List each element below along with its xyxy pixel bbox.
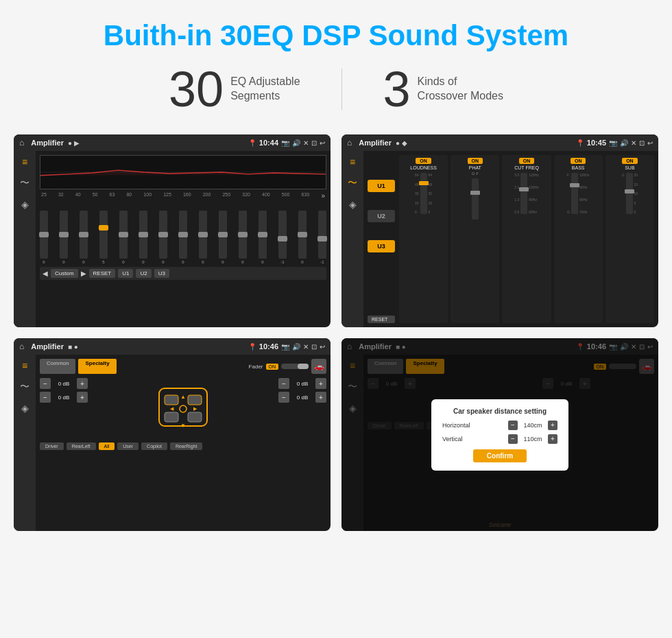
bass-on-btn[interactable]: ON — [571, 158, 586, 164]
vol1-plus[interactable]: + — [77, 378, 88, 389]
screen2-sideicons: ≡ 〜 ◈ — [341, 151, 363, 327]
bass-label: BASS — [572, 165, 585, 170]
eq-forward-btn[interactable]: ▶ — [81, 270, 86, 277]
u2-btn[interactable]: U2 — [368, 210, 395, 222]
driver-btn[interactable]: Driver — [40, 442, 64, 450]
eq-icon2[interactable]: ≡ — [350, 156, 355, 167]
specialty-tab[interactable]: Specialty — [78, 359, 116, 374]
screen2: ⌂ Amplifier ● ◆ 📍 10:45 📷 🔊 ✕ ⊡ ↩ ≡ 〜 ◈ — [341, 134, 658, 327]
wave-icon2[interactable]: 〜 — [348, 177, 357, 189]
ch-loudness: ON LOUDNESS 644832160 644832160 — [399, 155, 448, 323]
all-btn[interactable]: All — [99, 442, 115, 450]
sub-on-btn[interactable]: ON — [622, 158, 638, 164]
fader-on[interactable]: ON — [266, 364, 279, 370]
pin-icon2: 📍 — [576, 139, 584, 147]
screen3-topicons: 📍 10:46 📷 🔊 ✕ ⊡ ↩ — [248, 342, 325, 351]
pin-icon: 📍 — [248, 139, 256, 147]
close-icon2[interactable]: ✕ — [631, 139, 636, 147]
screen1-title: Amplifier — [31, 139, 64, 147]
screen2-time: 10:45 — [587, 139, 606, 147]
horizontal-minus[interactable]: − — [508, 421, 518, 430]
home-icon2[interactable]: ⌂ — [347, 138, 352, 147]
vol2-plus[interactable]: + — [77, 392, 88, 403]
close-icon[interactable]: ✕ — [303, 139, 309, 147]
screen1-body: ≡ 〜 ◈ — [14, 151, 331, 327]
volume-icon3: 🔊 — [292, 343, 300, 351]
sub-label: SUB — [625, 165, 634, 170]
screen2-topbar: ⌂ Amplifier ● ◆ 📍 10:45 📷 🔊 ✕ ⊡ ↩ — [341, 134, 658, 151]
slider-200: 0 — [219, 211, 227, 264]
vol1-minus[interactable]: − — [40, 378, 51, 389]
vertical-minus[interactable]: − — [508, 434, 518, 444]
vol3-plus[interactable]: + — [315, 378, 326, 389]
screen3-body: ≡ 〜 ◈ Common Specialty Fader ON — [14, 355, 331, 531]
back-icon3[interactable]: ↩ — [320, 343, 325, 351]
horizontal-plus[interactable]: + — [548, 421, 557, 430]
home-icon[interactable]: ⌂ — [19, 138, 24, 147]
eq-u3-btn[interactable]: U3 — [154, 269, 169, 278]
resize-icon2[interactable]: ⊡ — [639, 139, 645, 147]
eq-u1-btn[interactable]: U1 — [118, 269, 133, 278]
user-btn[interactable]: User — [117, 442, 139, 450]
vertical-ctrl: − 110cm + — [508, 434, 557, 444]
svg-rect-3 — [165, 395, 178, 405]
home-icon3[interactable]: ⌂ — [19, 342, 24, 351]
car-btn[interactable]: 🚗 — [311, 359, 326, 374]
u1-btn[interactable]: U1 — [368, 180, 395, 192]
stat-eq: 30 EQ AdjustableSegments — [128, 64, 341, 114]
back-icon[interactable]: ↩ — [320, 139, 325, 147]
eq-u2-btn[interactable]: U2 — [136, 269, 151, 278]
vol4-plus[interactable]: + — [315, 392, 326, 403]
cutfreq-label: CUT FREQ — [514, 165, 539, 170]
vol3-icon[interactable]: ◈ — [349, 199, 357, 210]
screen2-icons: ● ◆ — [396, 139, 407, 147]
screen3-bottom-btns: Driver RearLeft All User Copilot RearRig… — [40, 442, 326, 450]
rearleft-btn[interactable]: RearLeft — [67, 442, 96, 450]
vol3-minus[interactable]: − — [278, 378, 289, 389]
screen2-topicons: 📍 10:45 📷 🔊 ✕ ⊡ ↩ — [576, 139, 653, 147]
screen3-title: Amplifier — [31, 342, 64, 351]
wave-icon[interactable]: 〜 — [20, 177, 29, 189]
eq-back-btn[interactable]: ◀ — [43, 270, 48, 277]
vertical-value: 110cm — [520, 436, 545, 442]
confirm-button[interactable]: Confirm — [473, 449, 527, 462]
screen2-body: ≡ 〜 ◈ U1 U2 U3 RESET — [341, 151, 658, 327]
rearright-btn[interactable]: RearRight — [170, 442, 203, 450]
eq-freq-labels: 2532405063 80100125160200 25032040050063… — [40, 192, 326, 200]
wave-icon3[interactable]: 〜 — [20, 381, 29, 393]
slider-32: 0 — [60, 211, 68, 264]
screen1-topbar: ⌂ Amplifier ● ▶ 📍 10:44 📷 🔊 ✕ ⊡ ↩ — [14, 134, 331, 151]
vertical-row: Vertical − 110cm + — [442, 434, 557, 444]
resize-icon[interactable]: ⊡ — [311, 139, 317, 147]
vol4-icon[interactable]: ◈ — [21, 403, 29, 414]
vertical-plus[interactable]: + — [548, 434, 557, 444]
eq-icon[interactable]: ≡ — [22, 156, 27, 167]
eq-bottom-bar: ◀ Custom ▶ RESET U1 U2 U3 — [40, 267, 326, 280]
vol-row-4: − 0 dB + — [278, 392, 326, 403]
close-icon3[interactable]: ✕ — [303, 343, 309, 351]
dsp-reset-btn[interactable]: RESET — [368, 316, 395, 323]
loudness-on-btn[interactable]: ON — [416, 158, 431, 164]
phat-on-btn[interactable]: ON — [468, 158, 483, 164]
common-tab[interactable]: Common — [40, 359, 75, 374]
vol2-minus[interactable]: − — [40, 392, 51, 403]
vol2-icon[interactable]: ◈ — [21, 199, 29, 210]
screen3-tabs: Common Specialty Fader ON 🚗 — [40, 359, 326, 374]
screen1-sideicons: ≡ 〜 ◈ — [14, 151, 36, 327]
eq-icon3[interactable]: ≡ — [22, 360, 27, 371]
eq-reset-btn[interactable]: RESET — [89, 269, 116, 278]
pin-icon3: 📍 — [248, 343, 256, 351]
dialog-title: Car speaker distance setting — [442, 407, 557, 415]
vol4-minus[interactable]: − — [278, 392, 289, 403]
screen1: ⌂ Amplifier ● ▶ 📍 10:44 📷 🔊 ✕ ⊡ ↩ ≡ — [14, 134, 331, 327]
resize-icon3[interactable]: ⊡ — [311, 343, 317, 351]
page-title: Buith-in 30EQ DSP Sound System — [90, 0, 582, 64]
back-icon2[interactable]: ↩ — [647, 139, 653, 147]
u3-btn[interactable]: U3 — [368, 240, 395, 252]
svg-rect-5 — [165, 412, 178, 422]
cutfreq-on-btn[interactable]: ON — [519, 158, 535, 164]
speaker-distance-dialog: Car speaker distance setting Horizontal … — [431, 399, 568, 471]
copilot-btn[interactable]: Copilot — [141, 442, 167, 450]
vertical-label: Vertical — [442, 436, 477, 442]
stat-crossover-number: 3 — [383, 64, 411, 114]
